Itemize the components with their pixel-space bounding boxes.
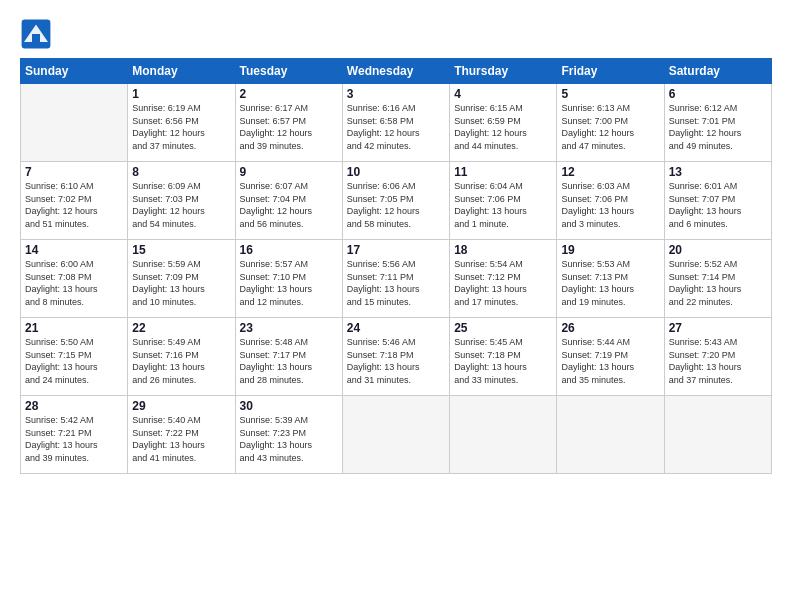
logo [20, 18, 56, 50]
calendar-cell: 14Sunrise: 6:00 AMSunset: 7:08 PMDayligh… [21, 240, 128, 318]
day-info: Sunrise: 6:00 AMSunset: 7:08 PMDaylight:… [25, 258, 123, 308]
calendar-cell: 21Sunrise: 5:50 AMSunset: 7:15 PMDayligh… [21, 318, 128, 396]
day-number: 30 [240, 399, 338, 413]
calendar-body: 1Sunrise: 6:19 AMSunset: 6:56 PMDaylight… [21, 84, 772, 474]
calendar-cell: 6Sunrise: 6:12 AMSunset: 7:01 PMDaylight… [664, 84, 771, 162]
day-info: Sunrise: 6:04 AMSunset: 7:06 PMDaylight:… [454, 180, 552, 230]
day-number: 13 [669, 165, 767, 179]
day-info: Sunrise: 6:12 AMSunset: 7:01 PMDaylight:… [669, 102, 767, 152]
day-number: 2 [240, 87, 338, 101]
day-number: 5 [561, 87, 659, 101]
calendar-cell: 19Sunrise: 5:53 AMSunset: 7:13 PMDayligh… [557, 240, 664, 318]
calendar-cell: 5Sunrise: 6:13 AMSunset: 7:00 PMDaylight… [557, 84, 664, 162]
day-number: 11 [454, 165, 552, 179]
day-number: 6 [669, 87, 767, 101]
calendar-cell: 8Sunrise: 6:09 AMSunset: 7:03 PMDaylight… [128, 162, 235, 240]
calendar-week-row: 21Sunrise: 5:50 AMSunset: 7:15 PMDayligh… [21, 318, 772, 396]
day-number: 12 [561, 165, 659, 179]
day-number: 26 [561, 321, 659, 335]
day-info: Sunrise: 5:43 AMSunset: 7:20 PMDaylight:… [669, 336, 767, 386]
day-info: Sunrise: 6:01 AMSunset: 7:07 PMDaylight:… [669, 180, 767, 230]
day-info: Sunrise: 5:52 AMSunset: 7:14 PMDaylight:… [669, 258, 767, 308]
day-number: 27 [669, 321, 767, 335]
calendar-week-row: 1Sunrise: 6:19 AMSunset: 6:56 PMDaylight… [21, 84, 772, 162]
day-number: 21 [25, 321, 123, 335]
day-info: Sunrise: 5:57 AMSunset: 7:10 PMDaylight:… [240, 258, 338, 308]
day-info: Sunrise: 6:19 AMSunset: 6:56 PMDaylight:… [132, 102, 230, 152]
calendar-cell: 9Sunrise: 6:07 AMSunset: 7:04 PMDaylight… [235, 162, 342, 240]
day-number: 25 [454, 321, 552, 335]
calendar-cell: 24Sunrise: 5:46 AMSunset: 7:18 PMDayligh… [342, 318, 449, 396]
day-number: 16 [240, 243, 338, 257]
calendar-table: SundayMondayTuesdayWednesdayThursdayFrid… [20, 58, 772, 474]
day-info: Sunrise: 5:48 AMSunset: 7:17 PMDaylight:… [240, 336, 338, 386]
calendar-cell: 17Sunrise: 5:56 AMSunset: 7:11 PMDayligh… [342, 240, 449, 318]
weekday-header: Wednesday [342, 59, 449, 84]
calendar-cell [450, 396, 557, 474]
day-info: Sunrise: 5:42 AMSunset: 7:21 PMDaylight:… [25, 414, 123, 464]
calendar-cell: 23Sunrise: 5:48 AMSunset: 7:17 PMDayligh… [235, 318, 342, 396]
weekday-header: Tuesday [235, 59, 342, 84]
weekday-header-row: SundayMondayTuesdayWednesdayThursdayFrid… [21, 59, 772, 84]
day-info: Sunrise: 5:46 AMSunset: 7:18 PMDaylight:… [347, 336, 445, 386]
calendar-cell: 26Sunrise: 5:44 AMSunset: 7:19 PMDayligh… [557, 318, 664, 396]
weekday-header: Friday [557, 59, 664, 84]
day-number: 15 [132, 243, 230, 257]
calendar-cell: 16Sunrise: 5:57 AMSunset: 7:10 PMDayligh… [235, 240, 342, 318]
calendar-cell: 29Sunrise: 5:40 AMSunset: 7:22 PMDayligh… [128, 396, 235, 474]
day-number: 20 [669, 243, 767, 257]
calendar-cell: 27Sunrise: 5:43 AMSunset: 7:20 PMDayligh… [664, 318, 771, 396]
calendar-cell [664, 396, 771, 474]
day-number: 23 [240, 321, 338, 335]
day-number: 24 [347, 321, 445, 335]
calendar-week-row: 7Sunrise: 6:10 AMSunset: 7:02 PMDaylight… [21, 162, 772, 240]
calendar-cell [557, 396, 664, 474]
day-info: Sunrise: 6:06 AMSunset: 7:05 PMDaylight:… [347, 180, 445, 230]
day-info: Sunrise: 5:53 AMSunset: 7:13 PMDaylight:… [561, 258, 659, 308]
day-info: Sunrise: 6:13 AMSunset: 7:00 PMDaylight:… [561, 102, 659, 152]
day-info: Sunrise: 6:15 AMSunset: 6:59 PMDaylight:… [454, 102, 552, 152]
logo-icon [20, 18, 52, 50]
day-info: Sunrise: 5:40 AMSunset: 7:22 PMDaylight:… [132, 414, 230, 464]
day-number: 18 [454, 243, 552, 257]
calendar-cell: 11Sunrise: 6:04 AMSunset: 7:06 PMDayligh… [450, 162, 557, 240]
calendar-cell: 22Sunrise: 5:49 AMSunset: 7:16 PMDayligh… [128, 318, 235, 396]
calendar-cell: 4Sunrise: 6:15 AMSunset: 6:59 PMDaylight… [450, 84, 557, 162]
day-info: Sunrise: 5:39 AMSunset: 7:23 PMDaylight:… [240, 414, 338, 464]
day-number: 17 [347, 243, 445, 257]
calendar-cell: 20Sunrise: 5:52 AMSunset: 7:14 PMDayligh… [664, 240, 771, 318]
day-number: 19 [561, 243, 659, 257]
calendar-cell: 7Sunrise: 6:10 AMSunset: 7:02 PMDaylight… [21, 162, 128, 240]
day-info: Sunrise: 5:44 AMSunset: 7:19 PMDaylight:… [561, 336, 659, 386]
day-info: Sunrise: 5:49 AMSunset: 7:16 PMDaylight:… [132, 336, 230, 386]
calendar-cell: 2Sunrise: 6:17 AMSunset: 6:57 PMDaylight… [235, 84, 342, 162]
svg-rect-2 [32, 34, 40, 44]
calendar-page: SundayMondayTuesdayWednesdayThursdayFrid… [0, 0, 792, 612]
calendar-cell: 25Sunrise: 5:45 AMSunset: 7:18 PMDayligh… [450, 318, 557, 396]
day-info: Sunrise: 5:50 AMSunset: 7:15 PMDaylight:… [25, 336, 123, 386]
day-info: Sunrise: 6:03 AMSunset: 7:06 PMDaylight:… [561, 180, 659, 230]
calendar-cell: 18Sunrise: 5:54 AMSunset: 7:12 PMDayligh… [450, 240, 557, 318]
day-info: Sunrise: 6:16 AMSunset: 6:58 PMDaylight:… [347, 102, 445, 152]
calendar-cell: 13Sunrise: 6:01 AMSunset: 7:07 PMDayligh… [664, 162, 771, 240]
day-number: 14 [25, 243, 123, 257]
day-info: Sunrise: 5:45 AMSunset: 7:18 PMDaylight:… [454, 336, 552, 386]
day-info: Sunrise: 5:56 AMSunset: 7:11 PMDaylight:… [347, 258, 445, 308]
calendar-week-row: 14Sunrise: 6:00 AMSunset: 7:08 PMDayligh… [21, 240, 772, 318]
calendar-week-row: 28Sunrise: 5:42 AMSunset: 7:21 PMDayligh… [21, 396, 772, 474]
day-info: Sunrise: 5:54 AMSunset: 7:12 PMDaylight:… [454, 258, 552, 308]
day-info: Sunrise: 5:59 AMSunset: 7:09 PMDaylight:… [132, 258, 230, 308]
day-number: 9 [240, 165, 338, 179]
weekday-header: Saturday [664, 59, 771, 84]
calendar-cell: 30Sunrise: 5:39 AMSunset: 7:23 PMDayligh… [235, 396, 342, 474]
day-info: Sunrise: 6:07 AMSunset: 7:04 PMDaylight:… [240, 180, 338, 230]
calendar-cell: 15Sunrise: 5:59 AMSunset: 7:09 PMDayligh… [128, 240, 235, 318]
day-info: Sunrise: 6:17 AMSunset: 6:57 PMDaylight:… [240, 102, 338, 152]
calendar-cell: 3Sunrise: 6:16 AMSunset: 6:58 PMDaylight… [342, 84, 449, 162]
day-info: Sunrise: 6:09 AMSunset: 7:03 PMDaylight:… [132, 180, 230, 230]
day-number: 4 [454, 87, 552, 101]
calendar-cell: 12Sunrise: 6:03 AMSunset: 7:06 PMDayligh… [557, 162, 664, 240]
calendar-cell: 10Sunrise: 6:06 AMSunset: 7:05 PMDayligh… [342, 162, 449, 240]
calendar-cell [342, 396, 449, 474]
day-number: 7 [25, 165, 123, 179]
